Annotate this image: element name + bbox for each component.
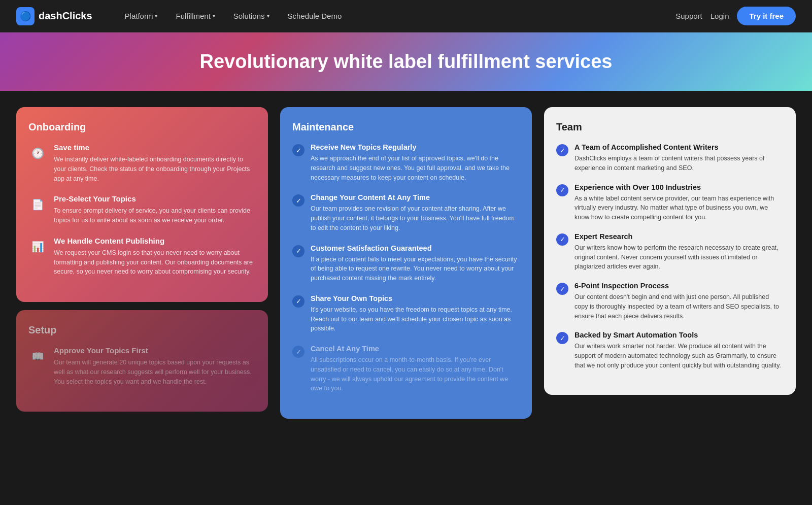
team-item-1: ✓ A Team of Accomplished Content Writers…	[556, 143, 784, 173]
maint-body-1: As we approach the end of your list of a…	[311, 154, 520, 182]
setup-feature-body-1: Our team will generate 20 unique topics …	[54, 358, 256, 386]
team-title-1: A Team of Accomplished Content Writers	[574, 143, 784, 151]
left-column: Onboarding 🕐 Save time We instantly deli…	[16, 107, 268, 412]
team-item-3: ✓ Expert Research Our writers know how t…	[556, 232, 784, 272]
nav-support[interactable]: Support	[675, 12, 702, 20]
nav-fulfillment[interactable]: Fulfillment ▾	[167, 8, 223, 24]
feature-body-2: To ensure prompt delivery of service, yo…	[54, 206, 256, 225]
setup-feature-1: 📖 Approve Your Topics First Our team wil…	[28, 346, 256, 386]
check-icon-5: ✓	[292, 346, 304, 358]
document-icon: 📄	[28, 195, 47, 214]
feature-title-2: Pre-Select Your Topics	[54, 194, 256, 203]
chevron-down-icon: ▾	[267, 13, 269, 19]
main-content: Onboarding 🕐 Save time We instantly deli…	[0, 91, 812, 435]
team-check-icon-3: ✓	[556, 233, 568, 246]
logo[interactable]: 🔵 dashClicks	[16, 7, 92, 25]
maintenance-card: Maintenance ✓ Receive New Topics Regular…	[280, 107, 532, 419]
maint-title-3: Customer Satisfaction Guaranteed	[311, 244, 520, 252]
nav-login[interactable]: Login	[710, 12, 729, 20]
logo-text: dashClicks	[39, 10, 92, 22]
navbar: 🔵 dashClicks Platform ▾ Fulfillment ▾ So…	[0, 0, 812, 32]
maintenance-item-4: ✓ Share Your Own Topics It's your websit…	[292, 294, 520, 333]
team-body-4: Our content doesn't begin and end with j…	[574, 292, 784, 321]
chevron-down-icon: ▾	[155, 13, 157, 19]
nav-solutions[interactable]: Solutions ▾	[225, 8, 278, 24]
maintenance-title: Maintenance	[292, 121, 520, 133]
maint-title-4: Share Your Own Topics	[311, 294, 520, 302]
maint-title-1: Receive New Topics Regularly	[311, 143, 520, 151]
check-icon-1: ✓	[292, 144, 304, 156]
maintenance-item-5: ✓ Cancel At Any Time All subscriptions o…	[292, 345, 520, 393]
maint-title-2: Change Your Content At Any Time	[311, 193, 520, 201]
nav-schedule-demo[interactable]: Schedule Demo	[280, 8, 350, 24]
maint-body-2: Our team provides one revision of your c…	[311, 204, 520, 232]
team-card: Team ✓ A Team of Accomplished Content Wr…	[544, 107, 796, 395]
team-item-4: ✓ 6-Point Inspection Process Our content…	[556, 282, 784, 321]
team-body-3: Our writers know how to perform the rese…	[574, 243, 784, 272]
team-check-icon-4: ✓	[556, 283, 568, 295]
team-check-icon-2: ✓	[556, 184, 568, 196]
onboarding-feature-3: 📊 We Handle Content Publishing We reques…	[28, 237, 256, 277]
team-title-4: 6-Point Inspection Process	[574, 282, 784, 290]
feature-title-1: Save time	[54, 143, 256, 152]
onboarding-feature-2: 📄 Pre-Select Your Topics To ensure promp…	[28, 194, 256, 225]
maintenance-item-2: ✓ Change Your Content At Any Time Our te…	[292, 193, 520, 232]
setup-feature-title-1: Approve Your Topics First	[54, 346, 256, 355]
check-icon-3: ✓	[292, 245, 304, 257]
team-title-3: Expert Research	[574, 232, 784, 241]
team-title-2: Experience with Over 100 Industries	[574, 183, 784, 191]
nav-links: Platform ▾ Fulfillment ▾ Solutions ▾ Sch…	[117, 8, 676, 24]
chevron-down-icon: ▾	[213, 13, 215, 19]
hero-banner: Revolutionary white label fulfillment se…	[0, 32, 812, 91]
team-body-1: DashClicks employs a team of content wri…	[574, 154, 784, 173]
onboarding-card: Onboarding 🕐 Save time We instantly deli…	[16, 107, 268, 302]
team-item-2: ✓ Experience with Over 100 Industries As…	[556, 183, 784, 222]
hero-title: Revolutionary white label fulfillment se…	[16, 51, 796, 73]
team-check-icon-5: ✓	[556, 332, 568, 344]
maint-title-5: Cancel At Any Time	[311, 345, 520, 353]
maintenance-item-1: ✓ Receive New Topics Regularly As we app…	[292, 143, 520, 182]
setup-card: Setup 📖 Approve Your Topics First Our te…	[16, 310, 268, 412]
setup-title: Setup	[28, 324, 256, 336]
book-icon: 📖	[28, 347, 47, 365]
feature-body-3: We request your CMS login so that you ne…	[54, 248, 256, 277]
maint-body-3: If a piece of content fails to meet your…	[311, 255, 520, 283]
try-free-button[interactable]: Try it free	[737, 7, 796, 25]
team-body-5: Our writers work smarter not harder. We …	[574, 342, 784, 370]
team-item-5: ✓ Backed by Smart Automation Tools Our w…	[556, 331, 784, 370]
nav-right: Support Login Try it free	[675, 7, 796, 25]
logo-icon: 🔵	[16, 7, 35, 25]
team-check-icon-1: ✓	[556, 144, 568, 156]
check-icon-2: ✓	[292, 194, 304, 207]
maint-body-5: All subscriptions occur on a month-to-mo…	[311, 355, 520, 393]
feature-title-3: We Handle Content Publishing	[54, 237, 256, 245]
team-title: Team	[556, 121, 784, 133]
clock-icon: 🕐	[28, 144, 47, 162]
chart-icon: 📊	[28, 238, 47, 256]
maint-body-4: It's your website, so you have the freed…	[311, 305, 520, 333]
maintenance-item-3: ✓ Customer Satisfaction Guaranteed If a …	[292, 244, 520, 283]
nav-platform[interactable]: Platform ▾	[117, 8, 166, 24]
onboarding-title: Onboarding	[28, 121, 256, 133]
team-title-5: Backed by Smart Automation Tools	[574, 331, 784, 339]
team-body-2: As a white label content service provide…	[574, 194, 784, 222]
onboarding-feature-1: 🕐 Save time We instantly deliver white-l…	[28, 143, 256, 183]
feature-body-1: We instantly deliver white-labeled onboa…	[54, 155, 256, 183]
check-icon-4: ✓	[292, 295, 304, 308]
